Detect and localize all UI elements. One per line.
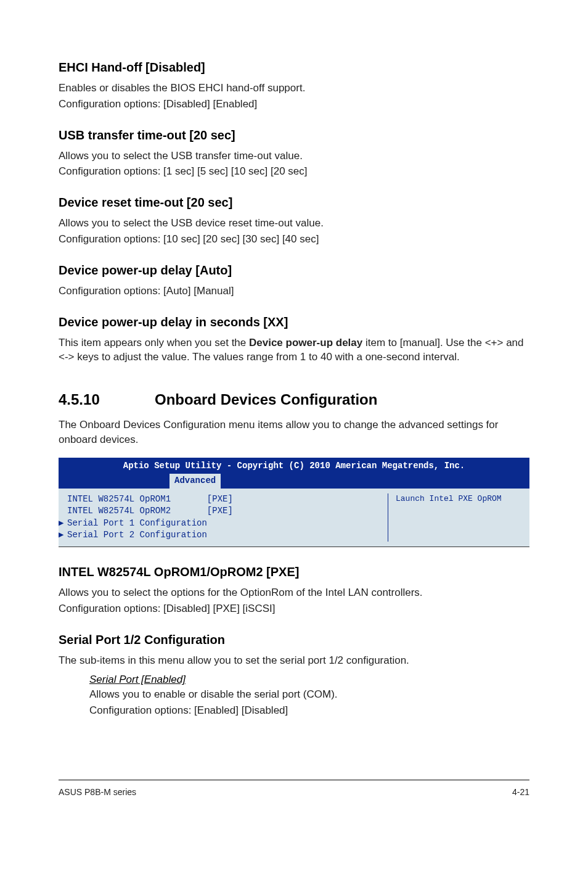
text-usb-opts: Configuration options: [1 sec] [5 sec] […	[59, 164, 529, 179]
text-reset-opts: Configuration options: [10 sec] [20 sec]…	[59, 232, 529, 247]
bios-label: Serial Port 1 Configuration	[67, 518, 207, 528]
text-oprom-desc: Allows you to select the options for the…	[59, 585, 529, 600]
bios-screenshot: Aptio Setup Utility - Copyright (C) 2010…	[59, 458, 529, 547]
bios-tabrow: Advanced	[59, 474, 529, 489]
bios-value: [PXE]	[207, 506, 233, 516]
bios-help-pane: Launch Intel PXE OpROM	[388, 493, 523, 542]
bios-value: [PXE]	[207, 494, 233, 504]
bios-row-oprom2: INTEL W82574L OpROM2 [PXE]	[67, 505, 388, 518]
bios-body: INTEL W82574L OpROM1 [PXE] INTEL W82574L…	[59, 489, 529, 547]
heading-powerup-seconds: Device power-up delay in seconds [XX]	[59, 313, 529, 331]
text-powerup-pre: This item appears only when you set the	[59, 337, 249, 349]
heading-device-reset: Device reset time-out [20 sec]	[59, 194, 529, 211]
serial-sub-block: Serial Port [Enabled] Allows you to enab…	[89, 672, 529, 717]
text-usb-desc: Allows you to select the USB transfer ti…	[59, 149, 529, 163]
bios-label: Serial Port 2 Configuration	[67, 530, 207, 540]
section-title: Onboard Devices Configuration	[155, 391, 377, 408]
heading-serial-port-enabled: Serial Port [Enabled]	[89, 672, 529, 687]
text-serial-enable-opts: Configuration options: [Enabled] [Disabl…	[89, 703, 529, 718]
text-oprom-opts: Configuration options: [Disabled] [PXE] …	[59, 601, 529, 616]
bios-row-serial2: ▶Serial Port 2 Configuration	[67, 529, 388, 542]
bios-label: INTEL W82574L OpROM1	[67, 494, 171, 504]
bios-header: Aptio Setup Utility - Copyright (C) 2010…	[59, 458, 529, 474]
bios-label: INTEL W82574L OpROM2	[67, 506, 171, 516]
text-powerup-opts: Configuration options: [Auto] [Manual]	[59, 284, 529, 299]
section-number: 4.5.10	[59, 389, 155, 410]
triangle-right-icon: ▶	[59, 529, 67, 542]
triangle-right-icon: ▶	[59, 518, 67, 530]
footer-right: 4-21	[512, 786, 529, 799]
text-powerup-bold: Device power-up delay	[249, 337, 362, 349]
text-powerup-seconds-desc: This item appears only when you set the …	[59, 336, 529, 365]
heading-powerup-delay: Device power-up delay [Auto]	[59, 262, 529, 279]
heading-usb-timeout: USB transfer time-out [20 sec]	[59, 126, 529, 144]
text-ehci-opts: Configuration options: [Disabled] [Enabl…	[59, 97, 529, 112]
text-reset-desc: Allows you to select the USB device rese…	[59, 216, 529, 231]
bios-row-oprom1: INTEL W82574L OpROM1 [PXE]	[67, 493, 388, 506]
bios-tab-advanced: Advanced	[169, 474, 221, 489]
heading-serial-config: Serial Port 1/2 Configuration	[59, 631, 529, 648]
heading-ehci: EHCI Hand-off [Disabled]	[59, 59, 529, 76]
heading-oprom: INTEL W82574L OpROM1/OpROM2 [PXE]	[59, 563, 529, 580]
text-onboard-desc: The Onboard Devices Configuration menu i…	[59, 418, 529, 447]
text-serial-desc: The sub-items in this menu allow you to …	[59, 653, 529, 668]
text-serial-enable-desc: Allows you to enable or disable the seri…	[89, 687, 529, 702]
text-ehci-desc: Enables or disables the BIOS EHCI hand-o…	[59, 81, 529, 96]
heading-onboard-devices: 4.5.10Onboard Devices Configuration	[59, 389, 529, 410]
footer-left: ASUS P8B-M series	[59, 786, 136, 799]
bios-row-serial1: ▶Serial Port 1 Configuration	[67, 518, 388, 530]
page-footer: ASUS P8B-M series 4-21	[59, 780, 529, 799]
bios-left-pane: INTEL W82574L OpROM1 [PXE] INTEL W82574L…	[67, 493, 388, 542]
